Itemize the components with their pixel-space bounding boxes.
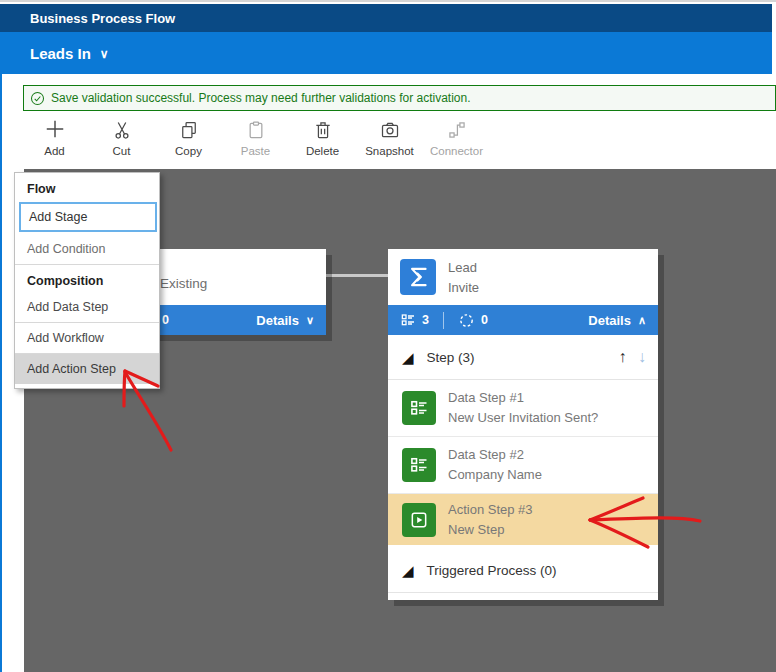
chevron-up-icon: ∧ bbox=[638, 314, 646, 327]
step-text: Data Step #2 Company Name bbox=[448, 445, 542, 485]
snapshot-icon bbox=[380, 114, 400, 140]
step-subtitle: New Step bbox=[448, 520, 533, 540]
process-header-bar: Leads In ∨ bbox=[0, 32, 772, 74]
triggered-process-label: Triggered Process (0) bbox=[427, 563, 557, 578]
validation-message: Save validation successful. Process may … bbox=[51, 91, 471, 105]
stage-entity: Lead bbox=[448, 258, 479, 278]
menu-item-add-action-step[interactable]: Add Action Step bbox=[15, 354, 159, 384]
add-dropdown-menu: Flow Add Stage Add Condition Composition… bbox=[14, 172, 160, 389]
menu-section-flow: Flow bbox=[15, 173, 159, 200]
copy-button[interactable]: Copy bbox=[155, 114, 222, 166]
step-text: Data Step #1 New User Invitation Sent? bbox=[448, 388, 598, 428]
chevron-down-icon: ∨ bbox=[306, 314, 314, 327]
cut-button[interactable]: Cut bbox=[88, 114, 155, 166]
action-step-icon bbox=[402, 503, 436, 537]
stage-name: Invite bbox=[448, 278, 479, 298]
move-up-icon[interactable]: ↑ bbox=[619, 348, 627, 365]
steps-count-icon bbox=[400, 312, 416, 328]
connector-icon bbox=[447, 114, 467, 140]
steps-count: 3 bbox=[422, 313, 429, 327]
left-stage-details-button[interactable]: Details ∨ bbox=[256, 313, 314, 328]
validation-message-bar: Save validation successful. Process may … bbox=[23, 85, 776, 111]
cut-icon bbox=[112, 114, 132, 140]
step-text: Action Step #3 New Step bbox=[448, 500, 533, 540]
stage-header: Lead Invite bbox=[388, 249, 658, 305]
check-circle-icon bbox=[30, 91, 45, 106]
left-stage-process-count: 0 bbox=[162, 313, 169, 327]
add-button[interactable]: Add bbox=[21, 114, 88, 166]
stage-detail-bar: 3 0 Details ∧ bbox=[388, 305, 658, 335]
left-stage-name: Existing bbox=[160, 276, 207, 291]
bar-divider bbox=[443, 312, 444, 329]
copy-icon bbox=[179, 114, 199, 140]
business-process-flow-window: Business Process Flow Leads In ∨ Save va… bbox=[0, 0, 776, 672]
move-down-icon[interactable]: ↓ bbox=[638, 348, 646, 365]
menu-item-add-condition[interactable]: Add Condition bbox=[15, 234, 159, 264]
menu-item-add-data-step[interactable]: Add Data Step bbox=[15, 292, 159, 322]
stage-card-invite[interactable]: Lead Invite 3 0 Details ∧ ◢ Step (3) bbox=[388, 249, 658, 600]
step-row-action-step-3-selected[interactable]: Action Step #3 New Step bbox=[388, 494, 658, 545]
menu-section-composition: Composition bbox=[15, 265, 159, 292]
stage-sigma-icon bbox=[400, 259, 436, 295]
delete-button[interactable]: Delete bbox=[289, 114, 356, 166]
paste-icon bbox=[246, 114, 266, 140]
process-name[interactable]: Leads In bbox=[30, 45, 91, 62]
data-step-icon bbox=[402, 448, 436, 482]
triggered-process-count: 0 bbox=[481, 313, 488, 327]
collapse-triangle-icon: ◢ bbox=[402, 350, 414, 365]
steps-section-header[interactable]: ◢ Step (3) ↑ ↓ bbox=[388, 335, 658, 380]
delete-icon bbox=[313, 114, 333, 140]
step-title: Data Step #1 bbox=[448, 388, 598, 408]
toolbar: Add Cut Copy bbox=[21, 114, 490, 166]
triggered-process-icon bbox=[458, 312, 475, 329]
left-accent-border bbox=[0, 74, 2, 672]
step-row-data-step-2[interactable]: Data Step #2 Company Name bbox=[388, 437, 658, 494]
step-title: Action Step #3 bbox=[448, 500, 533, 520]
chevron-down-icon[interactable]: ∨ bbox=[100, 47, 109, 61]
stage-title: Lead Invite bbox=[448, 258, 479, 298]
reorder-controls: ↑ ↓ bbox=[619, 348, 646, 366]
connector-button[interactable]: Connector bbox=[423, 114, 490, 166]
data-step-icon bbox=[402, 391, 436, 425]
add-icon bbox=[44, 114, 66, 140]
window-titlebar: Business Process Flow bbox=[0, 4, 772, 32]
menu-item-add-stage[interactable]: Add Stage bbox=[19, 202, 157, 232]
triggered-process-section-header[interactable]: ◢ Triggered Process (0) bbox=[388, 549, 658, 593]
stage-connector-line bbox=[326, 274, 388, 277]
steps-section-label: Step (3) bbox=[427, 350, 475, 365]
snapshot-button[interactable]: Snapshot bbox=[356, 114, 423, 166]
step-row-data-step-1[interactable]: Data Step #1 New User Invitation Sent? bbox=[388, 380, 658, 437]
paste-button[interactable]: Paste bbox=[222, 114, 289, 166]
step-title: Data Step #2 bbox=[448, 445, 542, 465]
collapse-triangle-icon: ◢ bbox=[402, 563, 414, 578]
step-subtitle: Company Name bbox=[448, 465, 542, 485]
step-subtitle: New User Invitation Sent? bbox=[448, 408, 598, 428]
stage-details-button[interactable]: Details ∧ bbox=[588, 313, 646, 328]
menu-item-add-workflow[interactable]: Add Workflow bbox=[15, 323, 159, 353]
window-title: Business Process Flow bbox=[30, 11, 175, 26]
